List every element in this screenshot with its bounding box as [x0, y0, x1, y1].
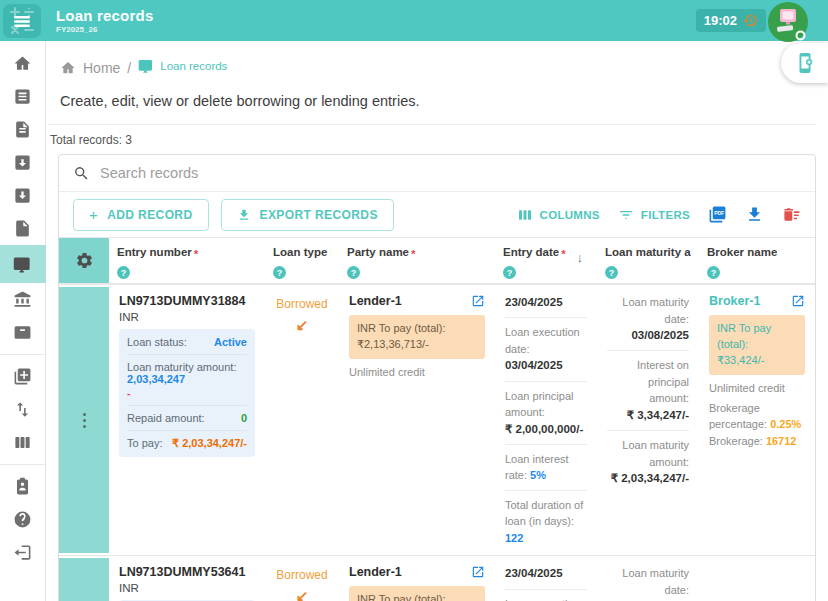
party-payable-box: INR To pay (total): ₹2,13,36,713/-: [349, 315, 485, 359]
sidebar-item-logout[interactable]: [0, 536, 46, 569]
open-party-button[interactable]: [471, 565, 485, 581]
export-records-button[interactable]: EXPORT RECORDS: [221, 199, 394, 231]
open-broker-button[interactable]: [791, 294, 805, 310]
help-question-icon[interactable]: ?: [503, 266, 516, 279]
sidebar-item-table-view[interactable]: [0, 426, 46, 459]
page-description: Create, edit, view or delete borrowing o…: [60, 93, 816, 109]
delete-sweep-icon: [782, 205, 801, 224]
sidebar-item-import-export[interactable]: [0, 393, 46, 426]
home-icon: [60, 60, 76, 76]
filters-label: FILTERS: [641, 209, 690, 221]
table-settings-cell[interactable]: [59, 238, 109, 283]
broker-cell: Broker-1 INR To pay (total): ₹33,424/- U…: [699, 285, 815, 555]
search-input[interactable]: [100, 165, 801, 181]
sidebar-item-loan-records[interactable]: [0, 245, 46, 283]
records-list-icon: [13, 87, 32, 106]
add-collection-icon: [13, 367, 32, 386]
table-header: Entry number* ? Loan type (took o ? Part…: [59, 237, 815, 284]
document-icon: [13, 120, 32, 139]
column-header-entry-date: Entry date* ↓ ?: [495, 238, 597, 283]
row-actions-menu[interactable]: [79, 409, 90, 432]
add-record-label: ADD RECORD: [107, 208, 192, 222]
sidebar-item-storage[interactable]: [0, 316, 46, 349]
maturity-date: 03/08/2025: [607, 327, 689, 344]
broker-name[interactable]: Broker-1: [709, 294, 760, 308]
help-question-icon[interactable]: ?: [273, 266, 286, 279]
sidebar-item-save-box[interactable]: [0, 146, 46, 179]
loan-records-monitor-icon: [13, 255, 32, 274]
app-header: Loan records FY2025_26 19:02: [0, 0, 828, 41]
sidebar-item-bank[interactable]: [0, 283, 46, 316]
export-pdf-button[interactable]: PDF: [708, 205, 727, 224]
session-timer-chip[interactable]: 19:02: [696, 9, 766, 32]
loan-status-box: Loan status:Active Loan maturity amount:…: [119, 329, 255, 457]
to-pay-label: To pay:: [127, 437, 162, 450]
user-avatar[interactable]: [768, 2, 808, 42]
avatar-retro-computer-icon: [768, 2, 808, 42]
principal-value: ₹ 2,00,00,000/-: [505, 421, 587, 438]
sidebar-item-help[interactable]: [0, 503, 46, 536]
save-box-icon: [13, 153, 32, 172]
sidebar-item-documents[interactable]: [0, 113, 46, 146]
row-menu-cell: [59, 558, 109, 601]
add-record-button[interactable]: + ADD RECORD: [73, 199, 209, 231]
sort-desc-icon[interactable]: ↓: [577, 250, 584, 265]
history-refresh-icon: [743, 13, 758, 28]
row-menu-cell: [59, 287, 109, 553]
sidebar-item-home[interactable]: [0, 47, 46, 80]
export-records-label: EXPORT RECORDS: [260, 208, 378, 222]
interest-amount-label: Interest on principal amount:: [607, 357, 689, 407]
broker-cell: [699, 556, 815, 601]
import-export-icon: [13, 400, 32, 419]
sidebar-item-records-list[interactable]: [0, 80, 46, 113]
credit-note: Unlimited credit: [709, 382, 805, 394]
columns-button[interactable]: COLUMNS: [517, 207, 600, 223]
help-question-icon[interactable]: ?: [707, 266, 720, 279]
help-question-icon[interactable]: ?: [347, 266, 360, 279]
sidebar-item-add-collection[interactable]: [0, 360, 46, 393]
breadcrumb-home[interactable]: Home: [83, 60, 120, 76]
arrow-down-left-icon: ↙: [296, 587, 309, 601]
hamburger-menu-icon: [14, 16, 30, 27]
delete-records-button[interactable]: [782, 205, 801, 224]
sidebar-item-download-box[interactable]: [0, 179, 46, 212]
filters-button[interactable]: FILTERS: [618, 207, 690, 223]
duration-value: 122: [505, 532, 523, 544]
currency: INR: [119, 582, 255, 594]
entry-date: 23/04/2025: [505, 565, 587, 582]
broker-payable-box: INR To pay (total): ₹33,424/-: [709, 315, 805, 375]
maturity-cell: Loan maturity date: 03/08/2025 Interest …: [597, 285, 699, 555]
duration-label: Total duration of loan (in days):: [505, 499, 583, 528]
to-pay-value: ₹ 2,03,34,247/-: [172, 437, 247, 450]
breadcrumb-separator: /: [127, 60, 131, 76]
open-in-new-icon: [471, 294, 485, 308]
plus-icon: +: [89, 210, 98, 220]
maturity-total-label: Loan maturity amount:: [607, 437, 689, 470]
sidebar-divider: [0, 464, 46, 465]
export-download-icon: [237, 208, 251, 222]
page-title: Loan records: [56, 7, 153, 24]
interest-rate-value: 5%: [530, 469, 546, 481]
calculator-logo-icon: [2, 3, 42, 39]
storage-icon: [13, 323, 32, 342]
maturity-cell: Loan maturity date: 16/05/2025 Interest …: [597, 556, 699, 601]
header-titles: Loan records FY2025_26: [56, 7, 153, 34]
download-button[interactable]: [745, 205, 764, 224]
search-bar: [59, 155, 815, 192]
mobile-app-fab[interactable]: [781, 43, 828, 83]
table-columns-icon: [13, 433, 32, 452]
download-icon: [745, 205, 764, 224]
help-question-icon[interactable]: ?: [605, 266, 618, 279]
broker-box-title: INR To pay (total):: [717, 321, 797, 353]
column-label: Party name: [347, 246, 409, 258]
svg-text:PDF: PDF: [714, 211, 724, 216]
file-icon: [13, 219, 32, 238]
app-logo-menu[interactable]: [0, 0, 44, 41]
sidebar-item-files[interactable]: [0, 212, 46, 245]
help-question-icon[interactable]: ?: [117, 266, 130, 279]
table-toolbar: + ADD RECORD EXPORT RECORDS COLUMNS FILT…: [59, 192, 815, 237]
maturity-value: 2,03,34,247: [127, 373, 185, 385]
open-party-button[interactable]: [471, 294, 485, 310]
sidebar-item-account[interactable]: [0, 470, 46, 503]
brokerage-pct-label: Brokerage percentage:: [709, 402, 767, 431]
